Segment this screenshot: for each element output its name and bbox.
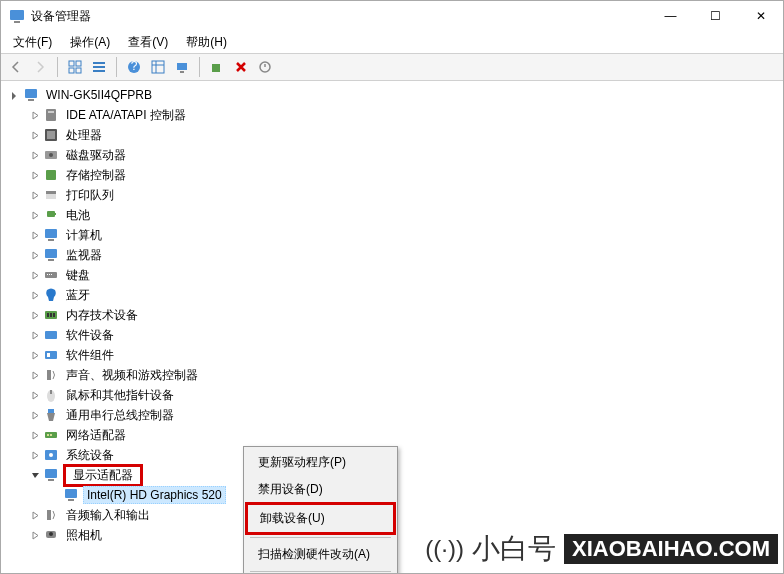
svg-rect-5 (76, 68, 81, 73)
tree-category[interactable]: 内存技术设备 (1, 305, 783, 325)
svg-rect-19 (28, 99, 34, 101)
tree-category[interactable]: 蓝牙 (1, 285, 783, 305)
svg-point-61 (49, 532, 53, 536)
expander-icon[interactable] (27, 111, 43, 120)
svg-rect-55 (45, 469, 57, 478)
expander-icon[interactable] (27, 211, 43, 220)
device-icon (63, 487, 79, 503)
expander-icon[interactable] (27, 131, 43, 140)
device-tree[interactable]: WIN-GK5II4QFPRB IDE ATA/ATAPI 控制器处理器磁盘驱动… (1, 81, 783, 573)
tree-category[interactable]: 电池 (1, 205, 783, 225)
expander-icon[interactable] (7, 91, 23, 100)
help-button[interactable]: ? (123, 56, 145, 78)
category-icon (43, 507, 59, 523)
tree-category[interactable]: 网络适配器 (1, 425, 783, 445)
expander-icon[interactable] (27, 311, 43, 320)
svg-rect-8 (93, 70, 105, 72)
svg-rect-34 (48, 259, 54, 261)
svg-rect-16 (212, 64, 220, 72)
expander-icon[interactable] (27, 151, 43, 160)
menu-help[interactable]: 帮助(H) (178, 32, 235, 53)
tree-category[interactable]: 软件组件 (1, 345, 783, 365)
expander-icon[interactable] (27, 451, 43, 460)
category-label: 系统设备 (63, 446, 117, 465)
tree-category[interactable]: 计算机 (1, 225, 783, 245)
expander-icon[interactable] (27, 511, 43, 520)
forward-button[interactable] (29, 56, 51, 78)
svg-point-51 (47, 434, 49, 436)
expander-icon[interactable] (27, 251, 43, 260)
expander-icon[interactable] (27, 331, 43, 340)
category-icon (43, 347, 59, 363)
tree-category[interactable]: 存储控制器 (1, 165, 783, 185)
menu-view[interactable]: 查看(V) (120, 32, 176, 53)
tree-root[interactable]: WIN-GK5II4QFPRB (1, 85, 783, 105)
expander-icon[interactable] (27, 471, 43, 480)
view-list-button[interactable] (88, 56, 110, 78)
category-icon (43, 267, 59, 283)
tree-category[interactable]: 打印队列 (1, 185, 783, 205)
tree-category[interactable]: 软件设备 (1, 325, 783, 345)
expander-icon[interactable] (27, 391, 43, 400)
menu-file[interactable]: 文件(F) (5, 32, 60, 53)
svg-rect-32 (48, 239, 54, 241)
category-icon (43, 447, 59, 463)
ctx-uninstall-device[interactable]: 卸载设备(U) (248, 505, 393, 532)
svg-rect-14 (177, 63, 187, 70)
tree-category[interactable]: 声音、视频和游戏控制器 (1, 365, 783, 385)
svg-rect-26 (46, 170, 56, 180)
logo-cn: 小白号 (472, 530, 556, 568)
ctx-update-driver[interactable]: 更新驱动程序(P) (246, 449, 395, 476)
svg-rect-7 (93, 66, 105, 68)
category-icon (43, 367, 59, 383)
tree-category[interactable]: 键盘 (1, 265, 783, 285)
uninstall-button[interactable] (230, 56, 252, 78)
category-icon (43, 467, 59, 483)
category-icon (43, 207, 59, 223)
tree-category[interactable]: 磁盘驱动器 (1, 145, 783, 165)
expander-icon[interactable] (27, 231, 43, 240)
expander-icon[interactable] (27, 191, 43, 200)
tree-category[interactable]: 鼠标和其他指针设备 (1, 385, 783, 405)
category-icon (43, 307, 59, 323)
expander-icon[interactable] (27, 171, 43, 180)
view-details-button[interactable] (147, 56, 169, 78)
tree-category[interactable]: IDE ATA/ATAPI 控制器 (1, 105, 783, 125)
app-icon (9, 8, 25, 24)
back-button[interactable] (5, 56, 27, 78)
expander-icon[interactable] (27, 531, 43, 540)
category-label: 软件设备 (63, 326, 117, 345)
expander-icon[interactable] (27, 271, 43, 280)
ctx-disable-device[interactable]: 禁用设备(D) (246, 476, 395, 503)
svg-rect-59 (47, 510, 51, 520)
expander-icon[interactable] (27, 351, 43, 360)
root-label: WIN-GK5II4QFPRB (43, 87, 155, 103)
svg-rect-2 (69, 61, 74, 66)
maximize-button[interactable]: ☐ (693, 1, 738, 31)
svg-rect-28 (46, 191, 56, 194)
ctx-scan-hardware[interactable]: 扫描检测硬件改动(A) (246, 541, 395, 568)
expander-icon[interactable] (27, 291, 43, 300)
svg-rect-45 (47, 353, 50, 357)
category-label: IDE ATA/ATAPI 控制器 (63, 106, 189, 125)
view-icons-button[interactable] (64, 56, 86, 78)
update-driver-button[interactable] (206, 56, 228, 78)
svg-rect-0 (10, 10, 24, 20)
title-bar: 设备管理器 — ☐ ✕ (1, 1, 783, 31)
menu-action[interactable]: 操作(A) (62, 32, 118, 53)
category-label: 蓝牙 (63, 286, 93, 305)
tree-category[interactable]: 监视器 (1, 245, 783, 265)
expander-icon[interactable] (27, 411, 43, 420)
expander-icon[interactable] (27, 431, 43, 440)
category-icon (43, 247, 59, 263)
svg-point-54 (49, 453, 53, 457)
disable-button[interactable] (254, 56, 276, 78)
minimize-button[interactable]: — (648, 1, 693, 31)
scan-hardware-button[interactable] (171, 56, 193, 78)
close-button[interactable]: ✕ (738, 1, 783, 31)
tree-category[interactable]: 处理器 (1, 125, 783, 145)
svg-point-52 (50, 434, 52, 436)
expander-icon[interactable] (27, 371, 43, 380)
tree-category[interactable]: 通用串行总线控制器 (1, 405, 783, 425)
category-label: 处理器 (63, 126, 105, 145)
